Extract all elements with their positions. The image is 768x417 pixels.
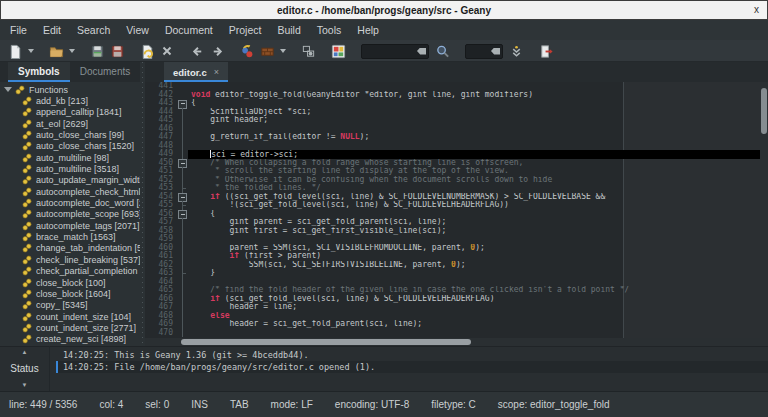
symbol-item[interactable]: auto_update_margin_width [989] xyxy=(0,175,140,186)
window-close-button[interactable]: x xyxy=(754,0,759,20)
fold-toggle-icon[interactable] xyxy=(177,159,188,168)
build-dropdown[interactable] xyxy=(277,41,288,61)
horizontal-scrollbar[interactable] xyxy=(145,338,768,346)
code-line[interactable]: 442void editor_toggle_fold(GeanyEditor *… xyxy=(145,91,768,100)
quit-button[interactable] xyxy=(536,41,556,61)
code-line[interactable]: 448 xyxy=(145,142,768,151)
menu-tools[interactable]: Tools xyxy=(309,20,350,40)
code-line[interactable]: 470 xyxy=(145,329,768,338)
color-chooser-button[interactable] xyxy=(328,41,348,61)
symbol-item[interactable]: autocomplete_check_html [2088] xyxy=(0,186,140,197)
code-line[interactable]: 463 } xyxy=(145,269,768,278)
code-line[interactable]: 447 g_return_if_fail(editor != NULL); xyxy=(145,133,768,142)
symbol-item[interactable]: autocomplete_tags [2071] xyxy=(0,220,140,231)
symbol-item[interactable]: add_kb [213] xyxy=(0,95,140,106)
symbol-item[interactable]: brace_match [1563] xyxy=(0,231,140,242)
tab-documents[interactable]: Documents xyxy=(70,62,141,82)
find-button[interactable] xyxy=(432,41,452,61)
code-line[interactable]: 454 if ((sci_get_fold_level(sci, line) &… xyxy=(145,193,768,202)
symbol-item[interactable]: count_indent_size [104] xyxy=(0,311,140,322)
fold-toggle-icon[interactable] xyxy=(177,99,188,108)
symbol-item[interactable]: auto_multiline [3518] xyxy=(0,163,140,174)
expander-icon[interactable] xyxy=(4,87,12,92)
code-line[interactable]: 444 ScintillaObject *sci; xyxy=(145,108,768,117)
run-button[interactable] xyxy=(298,41,318,61)
code-line[interactable]: 467 header = line; xyxy=(145,303,768,312)
code-line[interactable]: 459 xyxy=(145,235,768,244)
symbol-item[interactable]: count_indent_size [2771] xyxy=(0,322,140,333)
symbol-item[interactable]: auto_multiline [98] xyxy=(0,152,140,163)
code-line[interactable]: 449 sci = editor->sci; xyxy=(145,150,768,159)
code-line[interactable]: 445 gint header; xyxy=(145,116,768,125)
new-document-dropdown[interactable] xyxy=(25,41,36,61)
tab-scroll-down-icon[interactable]: ▼ xyxy=(22,382,28,388)
message-list[interactable]: 14:20:25: This is Geany 1.36 (git >= 4bc… xyxy=(50,346,768,391)
tab-status[interactable]: Status xyxy=(10,363,38,374)
code-line[interactable]: 460 parent = SSM(sci, SCI_VISIBLEFROMDOC… xyxy=(145,244,768,253)
menu-document[interactable]: Document xyxy=(157,20,221,40)
title-bar[interactable]: editor.c - /home/ban/progs/geany/src - G… xyxy=(0,0,768,20)
code-line[interactable]: 450 /* When collapsing a fold range whos… xyxy=(145,159,768,168)
message-line[interactable]: 14:20:25: File /home/ban/progs/geany/src… xyxy=(56,361,768,373)
symbol-item[interactable]: auto_close_chars [99] xyxy=(0,129,140,140)
code-line[interactable]: 462 SSM(sci, SCI_SETFIRSTVISIBLELINE, pa… xyxy=(145,261,768,270)
save-all-button[interactable] xyxy=(107,41,127,61)
symbol-item[interactable]: check_line_breaking [537] xyxy=(0,254,140,265)
menu-edit[interactable]: Edit xyxy=(35,20,69,40)
symbol-item[interactable]: close_block [1604] xyxy=(0,288,140,299)
code-line[interactable]: 468 else xyxy=(145,312,768,321)
code-line[interactable]: 441 xyxy=(145,82,768,91)
code-line[interactable]: 452 * Otherwise it can be confusing when… xyxy=(145,176,768,185)
symbol-tree[interactable]: Functionsadd_kb [213]append_calltip [184… xyxy=(0,82,140,346)
goto-line-button[interactable] xyxy=(506,41,526,61)
nav-back-button[interactable] xyxy=(187,41,207,61)
save-button[interactable] xyxy=(87,41,107,61)
tab-close-icon[interactable]: × xyxy=(214,67,219,77)
code-line[interactable]: 469 header = sci_get_fold_parent(sci, li… xyxy=(145,320,768,329)
fold-toggle-icon[interactable] xyxy=(177,210,188,219)
code-line[interactable]: 465 /* find the fold header of the given… xyxy=(145,286,768,295)
symbol-item[interactable]: close_block [100] xyxy=(0,277,140,288)
symbol-item[interactable]: auto_close_chars [1520] xyxy=(0,141,140,152)
code-line[interactable]: 443{ xyxy=(145,99,768,108)
symbol-item[interactable]: autocomplete_doc_word [2180] xyxy=(0,197,140,208)
symbol-item[interactable]: at_eol [2629] xyxy=(0,118,140,129)
code-line[interactable]: 446 xyxy=(145,125,768,134)
menu-build[interactable]: Build xyxy=(269,20,308,40)
menu-file[interactable]: File xyxy=(2,20,35,40)
tab-scroll-up-icon[interactable]: ▲ xyxy=(22,349,28,355)
menu-search[interactable]: Search xyxy=(69,20,118,40)
vertical-scrollbar[interactable] xyxy=(760,82,768,338)
code-line[interactable]: 455 !(sci_get_fold_level(sci, line) & SC… xyxy=(145,201,768,210)
fold-toggle-icon[interactable] xyxy=(177,193,188,202)
code-line[interactable]: 461 if (first > parent) xyxy=(145,252,768,261)
line-number[interactable]: 470 xyxy=(145,329,177,338)
message-line[interactable]: 14:20:25: This is Geany 1.36 (git >= 4bc… xyxy=(56,349,768,361)
nav-forward-button[interactable] xyxy=(207,41,227,61)
horizontal-scrollbar-thumb[interactable] xyxy=(181,339,471,345)
code-line[interactable]: 458 gint first = sci_get_first_visible_l… xyxy=(145,227,768,236)
new-document-button[interactable] xyxy=(5,41,25,61)
menu-help[interactable]: Help xyxy=(349,20,387,40)
revert-button[interactable] xyxy=(137,41,157,61)
symbol-item[interactable]: create_new_sci [4898] xyxy=(0,334,140,345)
symbol-item[interactable]: copy_ [5345] xyxy=(0,300,140,311)
code-line[interactable]: 464 xyxy=(145,278,768,287)
search-entry[interactable] xyxy=(361,44,429,59)
symbol-item[interactable]: change_tab_indentation [5210] xyxy=(0,243,140,254)
menu-view[interactable]: View xyxy=(118,20,157,40)
code-line[interactable]: 451 * scroll the starting line to displa… xyxy=(145,167,768,176)
code-editor[interactable]: 441442void editor_toggle_fold(GeanyEdito… xyxy=(145,82,768,338)
goto-entry[interactable] xyxy=(465,44,503,59)
build-button[interactable] xyxy=(257,41,277,61)
close-document-button[interactable] xyxy=(157,41,177,61)
code-line[interactable]: 456 { xyxy=(145,210,768,219)
tab-editor-c[interactable]: editor.c × xyxy=(164,62,228,82)
compile-button[interactable] xyxy=(237,41,257,61)
code-line[interactable]: 453 * the folded lines. */ xyxy=(145,184,768,193)
symbol-item[interactable]: autocomplete_scope [693] xyxy=(0,209,140,220)
open-file-dropdown[interactable] xyxy=(66,41,77,61)
code-line[interactable]: 466 if (sci_get_fold_level(sci, line) & … xyxy=(145,295,768,304)
symbol-root-functions[interactable]: Functions xyxy=(0,84,140,95)
vertical-scrollbar-thumb[interactable] xyxy=(761,88,767,134)
